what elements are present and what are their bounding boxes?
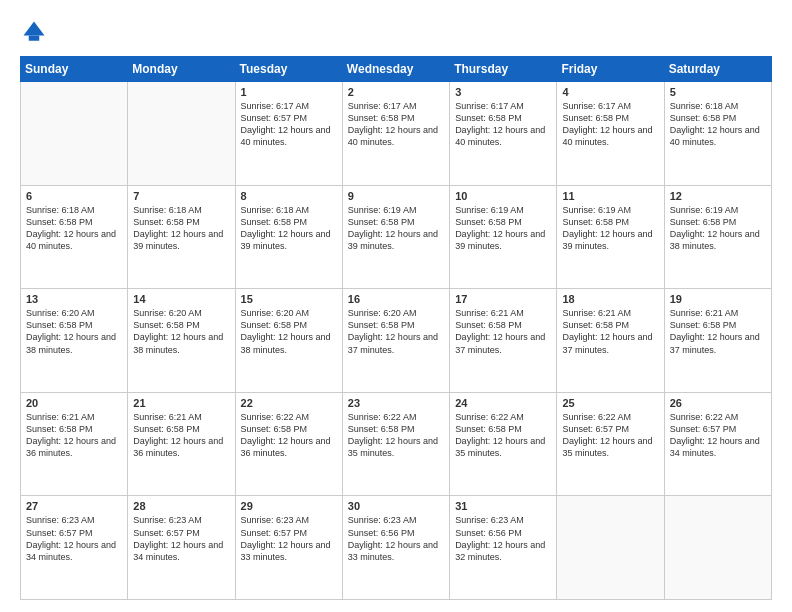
day-info: Sunrise: 6:21 AM Sunset: 6:58 PM Dayligh… [455, 307, 551, 356]
day-info: Sunrise: 6:17 AM Sunset: 6:58 PM Dayligh… [562, 100, 658, 149]
weekday-header-tuesday: Tuesday [235, 57, 342, 82]
day-info: Sunrise: 6:22 AM Sunset: 6:57 PM Dayligh… [670, 411, 766, 460]
day-number: 23 [348, 397, 444, 409]
day-number: 16 [348, 293, 444, 305]
day-info: Sunrise: 6:23 AM Sunset: 6:57 PM Dayligh… [241, 514, 337, 563]
day-number: 10 [455, 190, 551, 202]
svg-rect-1 [29, 36, 40, 41]
calendar-cell: 16Sunrise: 6:20 AM Sunset: 6:58 PM Dayli… [342, 289, 449, 393]
calendar-cell: 12Sunrise: 6:19 AM Sunset: 6:58 PM Dayli… [664, 185, 771, 289]
calendar-cell: 17Sunrise: 6:21 AM Sunset: 6:58 PM Dayli… [450, 289, 557, 393]
weekday-header-wednesday: Wednesday [342, 57, 449, 82]
day-number: 4 [562, 86, 658, 98]
calendar-table: SundayMondayTuesdayWednesdayThursdayFrid… [20, 56, 772, 600]
day-number: 18 [562, 293, 658, 305]
calendar-cell: 14Sunrise: 6:20 AM Sunset: 6:58 PM Dayli… [128, 289, 235, 393]
calendar-cell: 4Sunrise: 6:17 AM Sunset: 6:58 PM Daylig… [557, 82, 664, 186]
calendar-cell: 23Sunrise: 6:22 AM Sunset: 6:58 PM Dayli… [342, 392, 449, 496]
day-info: Sunrise: 6:23 AM Sunset: 6:56 PM Dayligh… [348, 514, 444, 563]
day-info: Sunrise: 6:19 AM Sunset: 6:58 PM Dayligh… [670, 204, 766, 253]
day-info: Sunrise: 6:23 AM Sunset: 6:57 PM Dayligh… [133, 514, 229, 563]
day-number: 30 [348, 500, 444, 512]
day-info: Sunrise: 6:23 AM Sunset: 6:57 PM Dayligh… [26, 514, 122, 563]
calendar-cell: 31Sunrise: 6:23 AM Sunset: 6:56 PM Dayli… [450, 496, 557, 600]
weekday-header-sunday: Sunday [21, 57, 128, 82]
day-number: 9 [348, 190, 444, 202]
day-number: 17 [455, 293, 551, 305]
day-info: Sunrise: 6:20 AM Sunset: 6:58 PM Dayligh… [348, 307, 444, 356]
calendar-cell: 18Sunrise: 6:21 AM Sunset: 6:58 PM Dayli… [557, 289, 664, 393]
calendar-cell: 30Sunrise: 6:23 AM Sunset: 6:56 PM Dayli… [342, 496, 449, 600]
day-number: 14 [133, 293, 229, 305]
logo-icon [20, 18, 48, 46]
day-info: Sunrise: 6:18 AM Sunset: 6:58 PM Dayligh… [133, 204, 229, 253]
day-number: 12 [670, 190, 766, 202]
day-info: Sunrise: 6:21 AM Sunset: 6:58 PM Dayligh… [670, 307, 766, 356]
weekday-header-monday: Monday [128, 57, 235, 82]
calendar-cell [21, 82, 128, 186]
calendar-cell: 5Sunrise: 6:18 AM Sunset: 6:58 PM Daylig… [664, 82, 771, 186]
day-info: Sunrise: 6:17 AM Sunset: 6:58 PM Dayligh… [348, 100, 444, 149]
day-info: Sunrise: 6:22 AM Sunset: 6:58 PM Dayligh… [241, 411, 337, 460]
calendar-cell [664, 496, 771, 600]
calendar-cell: 8Sunrise: 6:18 AM Sunset: 6:58 PM Daylig… [235, 185, 342, 289]
calendar-cell: 26Sunrise: 6:22 AM Sunset: 6:57 PM Dayli… [664, 392, 771, 496]
calendar-cell: 13Sunrise: 6:20 AM Sunset: 6:58 PM Dayli… [21, 289, 128, 393]
calendar-cell: 21Sunrise: 6:21 AM Sunset: 6:58 PM Dayli… [128, 392, 235, 496]
day-number: 13 [26, 293, 122, 305]
day-info: Sunrise: 6:21 AM Sunset: 6:58 PM Dayligh… [562, 307, 658, 356]
day-number: 28 [133, 500, 229, 512]
day-number: 3 [455, 86, 551, 98]
day-number: 6 [26, 190, 122, 202]
day-number: 25 [562, 397, 658, 409]
weekday-header-friday: Friday [557, 57, 664, 82]
day-number: 19 [670, 293, 766, 305]
calendar-cell: 20Sunrise: 6:21 AM Sunset: 6:58 PM Dayli… [21, 392, 128, 496]
day-info: Sunrise: 6:18 AM Sunset: 6:58 PM Dayligh… [241, 204, 337, 253]
calendar-cell: 2Sunrise: 6:17 AM Sunset: 6:58 PM Daylig… [342, 82, 449, 186]
calendar-week-row: 27Sunrise: 6:23 AM Sunset: 6:57 PM Dayli… [21, 496, 772, 600]
svg-marker-0 [24, 22, 45, 36]
calendar-cell: 3Sunrise: 6:17 AM Sunset: 6:58 PM Daylig… [450, 82, 557, 186]
day-info: Sunrise: 6:18 AM Sunset: 6:58 PM Dayligh… [26, 204, 122, 253]
day-info: Sunrise: 6:17 AM Sunset: 6:57 PM Dayligh… [241, 100, 337, 149]
day-info: Sunrise: 6:23 AM Sunset: 6:56 PM Dayligh… [455, 514, 551, 563]
calendar-cell [128, 82, 235, 186]
day-number: 2 [348, 86, 444, 98]
calendar-cell: 22Sunrise: 6:22 AM Sunset: 6:58 PM Dayli… [235, 392, 342, 496]
calendar-cell: 25Sunrise: 6:22 AM Sunset: 6:57 PM Dayli… [557, 392, 664, 496]
day-number: 31 [455, 500, 551, 512]
calendar-cell: 7Sunrise: 6:18 AM Sunset: 6:58 PM Daylig… [128, 185, 235, 289]
day-number: 29 [241, 500, 337, 512]
calendar-cell: 15Sunrise: 6:20 AM Sunset: 6:58 PM Dayli… [235, 289, 342, 393]
calendar-cell: 10Sunrise: 6:19 AM Sunset: 6:58 PM Dayli… [450, 185, 557, 289]
calendar-cell: 29Sunrise: 6:23 AM Sunset: 6:57 PM Dayli… [235, 496, 342, 600]
day-info: Sunrise: 6:22 AM Sunset: 6:58 PM Dayligh… [348, 411, 444, 460]
day-number: 21 [133, 397, 229, 409]
day-info: Sunrise: 6:22 AM Sunset: 6:58 PM Dayligh… [455, 411, 551, 460]
day-number: 15 [241, 293, 337, 305]
weekday-header-saturday: Saturday [664, 57, 771, 82]
calendar-cell: 9Sunrise: 6:19 AM Sunset: 6:58 PM Daylig… [342, 185, 449, 289]
day-number: 8 [241, 190, 337, 202]
calendar-cell: 19Sunrise: 6:21 AM Sunset: 6:58 PM Dayli… [664, 289, 771, 393]
calendar-week-row: 20Sunrise: 6:21 AM Sunset: 6:58 PM Dayli… [21, 392, 772, 496]
day-number: 26 [670, 397, 766, 409]
day-info: Sunrise: 6:21 AM Sunset: 6:58 PM Dayligh… [26, 411, 122, 460]
day-number: 24 [455, 397, 551, 409]
weekday-header-thursday: Thursday [450, 57, 557, 82]
logo [20, 18, 52, 46]
day-info: Sunrise: 6:21 AM Sunset: 6:58 PM Dayligh… [133, 411, 229, 460]
calendar-week-row: 1Sunrise: 6:17 AM Sunset: 6:57 PM Daylig… [21, 82, 772, 186]
day-info: Sunrise: 6:22 AM Sunset: 6:57 PM Dayligh… [562, 411, 658, 460]
day-number: 1 [241, 86, 337, 98]
page: SundayMondayTuesdayWednesdayThursdayFrid… [0, 0, 792, 612]
day-info: Sunrise: 6:19 AM Sunset: 6:58 PM Dayligh… [348, 204, 444, 253]
weekday-header-row: SundayMondayTuesdayWednesdayThursdayFrid… [21, 57, 772, 82]
calendar-cell: 24Sunrise: 6:22 AM Sunset: 6:58 PM Dayli… [450, 392, 557, 496]
calendar-cell: 28Sunrise: 6:23 AM Sunset: 6:57 PM Dayli… [128, 496, 235, 600]
day-info: Sunrise: 6:20 AM Sunset: 6:58 PM Dayligh… [241, 307, 337, 356]
calendar-cell [557, 496, 664, 600]
day-info: Sunrise: 6:19 AM Sunset: 6:58 PM Dayligh… [562, 204, 658, 253]
day-number: 7 [133, 190, 229, 202]
